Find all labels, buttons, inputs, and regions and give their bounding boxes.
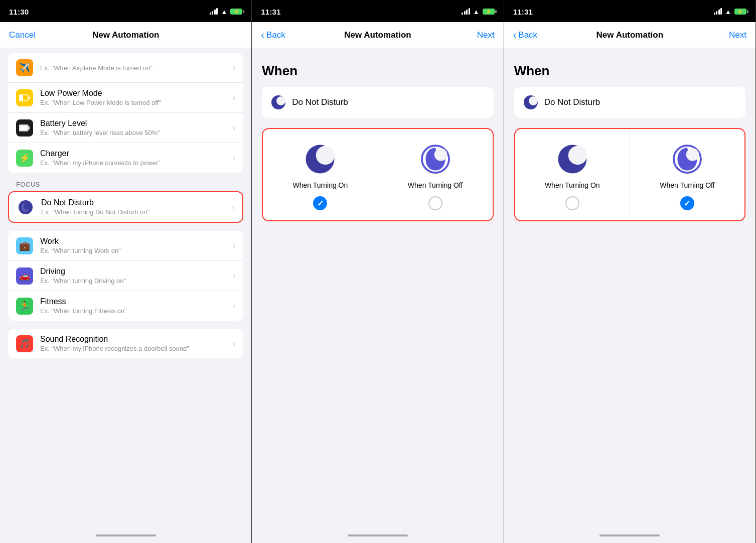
content-area-1[interactable]: ✈️ Ex. "When Airplane Mode is turned on"… [0, 48, 251, 528]
trigger-box-2: Do Not Disturb [262, 87, 493, 118]
driving-item[interactable]: 🚗 Driving Ex. "When turning Driving on" … [8, 261, 243, 291]
low-power-item[interactable]: Low Power Mode Ex. "When Low Power Mode … [8, 83, 243, 113]
work-icon: 💼 [16, 237, 33, 254]
back-button-3[interactable]: ‹ Back [513, 29, 553, 41]
driving-subtitle: Ex. "When turning Driving on" [40, 277, 229, 285]
work-chevron: › [233, 241, 235, 250]
battery-level-chevron: › [233, 123, 235, 132]
driving-text: Driving Ex. "When turning Driving on" [40, 267, 229, 285]
svg-point-9 [276, 96, 285, 105]
low-power-title: Low Power Mode [40, 89, 229, 98]
airplane-icon: ✈️ [16, 59, 33, 76]
back-chevron-2: ‹ [261, 29, 264, 41]
turning-off-label-2: When Turning Off [408, 181, 463, 189]
signal-bar-2-4 [469, 8, 470, 15]
sound-text: Sound Recognition Ex. "When my iPhone re… [40, 335, 229, 352]
driving-icon: 🚗 [16, 267, 33, 285]
dnd-icon [17, 199, 34, 216]
driving-title: Driving [40, 267, 229, 276]
status-time-3: 11:31 [513, 8, 533, 16]
sound-icon: 🎵 [16, 335, 33, 352]
charger-text: Charger Ex. "When my iPhone connects to … [40, 149, 229, 167]
airplane-item[interactable]: ✈️ Ex. "When Airplane Mode is turned on"… [8, 53, 243, 83]
svg-point-17 [568, 146, 587, 165]
wifi-icon-3: ▲ [725, 8, 731, 16]
signal-bar-3-3 [718, 10, 720, 15]
do-not-disturb-item[interactable]: Do Not Disturb Ex. "When turning Do Not … [9, 192, 242, 222]
sound-section: 🎵 Sound Recognition Ex. "When my iPhone … [8, 329, 243, 358]
svg-point-19 [686, 148, 699, 161]
status-icons-1: ▲ ⚡ [210, 8, 242, 16]
battery-level-title: Battery Level [40, 119, 229, 128]
content-area-2: When Do Not Disturb When Turning On [252, 48, 503, 528]
svg-point-15 [529, 96, 538, 105]
signal-bar-4 [216, 8, 218, 15]
svg-rect-5 [29, 126, 30, 129]
battery-level-subtitle: Ex. "When battery level rises above 50%" [40, 129, 229, 137]
status-bar-1: 11:30 ▲ ⚡ [0, 0, 251, 22]
charger-title: Charger [40, 149, 229, 158]
low-power-chevron: › [233, 93, 235, 102]
moon-icon-on-3 [557, 144, 587, 174]
turning-on-radio-3[interactable] [565, 196, 579, 210]
signal-bar-2-1 [462, 13, 463, 15]
battery-level-icon [16, 119, 33, 137]
turning-off-option-3[interactable]: When Turning Off [630, 129, 744, 220]
signal-bar-3 [214, 10, 216, 15]
status-bar-2: 11:31 ▲ ⚡ [252, 0, 503, 22]
trigger-text-3: Do Not Disturb [544, 97, 600, 107]
moon-icon-off-3 [672, 144, 702, 174]
sound-title: Sound Recognition [40, 335, 229, 344]
sound-item[interactable]: 🎵 Sound Recognition Ex. "When my iPhone … [8, 329, 243, 358]
panel-1: 11:30 ▲ ⚡ Cancel New Automation ✈️ Ex. [0, 0, 252, 543]
signal-bar-1 [210, 13, 211, 15]
turning-on-option-2[interactable]: When Turning On [263, 129, 378, 220]
trigger-moon-2 [271, 95, 286, 110]
charger-item[interactable]: ⚡ Charger Ex. "When my iPhone connects t… [8, 143, 243, 173]
next-button-2[interactable]: Next [455, 30, 495, 40]
airplane-text: Ex. "When Airplane Mode is turned on" [40, 64, 229, 72]
nav-bar-1: Cancel New Automation [0, 22, 251, 48]
nav-title-1: New Automation [49, 30, 202, 40]
status-icons-3: ▲ ⚡ [714, 8, 746, 16]
turning-off-option-2[interactable]: When Turning Off [378, 129, 493, 220]
next-button-3[interactable]: Next [706, 30, 746, 40]
content-area-3: When Do Not Disturb When Turning On [504, 48, 755, 528]
fitness-icon: 🏃 [16, 298, 33, 315]
home-bar-3 [599, 534, 660, 536]
back-label-2: Back [266, 30, 285, 40]
battery-level-item[interactable]: Battery Level Ex. "When battery level ri… [8, 113, 243, 143]
cancel-label: Cancel [9, 30, 36, 40]
when-section-2: When Do Not Disturb [252, 53, 503, 118]
fitness-item[interactable]: 🏃 Fitness Ex. "When turning Fitness on" … [8, 291, 243, 321]
airplane-chevron: › [233, 63, 235, 72]
signal-bar-2 [212, 11, 213, 15]
dnd-title: Do Not Disturb [41, 198, 228, 207]
nav-title-3: New Automation [553, 30, 706, 40]
back-button-2[interactable]: ‹ Back [261, 29, 301, 41]
charger-icon: ⚡ [16, 150, 33, 167]
turning-on-radio-2[interactable] [313, 196, 327, 210]
signal-bar-3-4 [720, 8, 722, 15]
cancel-button[interactable]: Cancel [9, 30, 49, 40]
airplane-subtitle: Ex. "When Airplane Mode is turned on" [40, 64, 229, 72]
home-indicator-2 [252, 528, 503, 543]
nav-bar-3: ‹ Back New Automation Next [504, 22, 755, 48]
svg-rect-2 [29, 96, 30, 99]
trigger-box-3: Do Not Disturb [514, 87, 745, 118]
low-power-text: Low Power Mode Ex. "When Low Power Mode … [40, 89, 229, 106]
low-power-icon [16, 89, 33, 106]
turning-on-label-3: When Turning On [545, 181, 600, 189]
fitness-chevron: › [233, 302, 235, 311]
focus-other-section: 💼 Work Ex. "When turning Work on" › 🚗 Dr… [8, 231, 243, 321]
turning-on-option-3[interactable]: When Turning On [515, 129, 630, 220]
turning-off-radio-2[interactable] [428, 196, 442, 210]
panel-2: 11:31 ▲ ⚡ ‹ Back New Automation Next Whe… [252, 0, 504, 543]
work-item[interactable]: 💼 Work Ex. "When turning Work on" › [8, 231, 243, 261]
fitness-text: Fitness Ex. "When turning Fitness on" [40, 297, 229, 315]
status-icons-2: ▲ ⚡ [462, 8, 494, 16]
battery-icon-3: ⚡ [734, 9, 746, 15]
turning-off-radio-3[interactable] [680, 196, 694, 210]
fitness-title: Fitness [40, 297, 229, 306]
svg-point-7 [24, 203, 31, 210]
